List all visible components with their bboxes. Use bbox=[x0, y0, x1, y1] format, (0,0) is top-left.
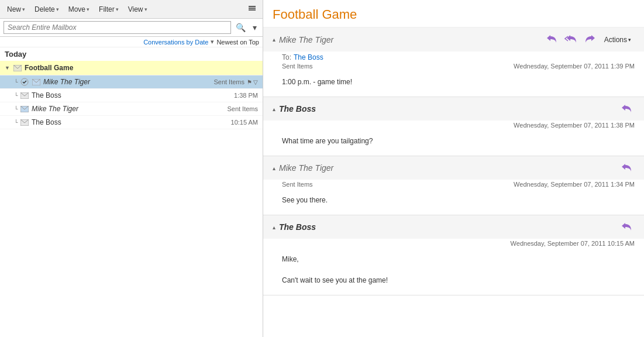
message-block-3: ▴ Mike The Tiger Sent Items Wednesday, S… bbox=[263, 156, 644, 215]
to-label: To: bbox=[282, 53, 291, 61]
item-3-folder: Sent Items bbox=[227, 105, 258, 112]
mail-item-4[interactable]: └ The Boss 10:15 AM bbox=[0, 116, 263, 129]
view-label: View bbox=[128, 5, 143, 13]
item-1-envelope-icon bbox=[32, 77, 41, 87]
item-1-folder: Sent Items bbox=[213, 78, 244, 85]
message-sender-4: The Boss bbox=[279, 222, 618, 232]
mail-item-3[interactable]: └ Mike The Tiger Sent Items bbox=[0, 102, 263, 116]
filter-label: Filter bbox=[99, 5, 115, 13]
message-block-1: ▴ Mike The Tiger Actions ▾ To: bbox=[263, 27, 644, 97]
body-line-1: Mike, bbox=[282, 254, 635, 264]
view-chevron: ▾ bbox=[144, 6, 147, 12]
message-sender-3: Mike The Tiger bbox=[279, 163, 618, 173]
conversation-icon bbox=[13, 63, 22, 73]
message-header-4[interactable]: ▴ The Boss bbox=[263, 215, 644, 239]
body-line-2: Can't wait to see you at the game! bbox=[282, 275, 635, 286]
toolbar-expand-button[interactable] bbox=[245, 2, 259, 16]
message-block-2: ▴ The Boss Wednesday, September 07, 2011… bbox=[263, 97, 644, 156]
move-chevron: ▾ bbox=[87, 6, 89, 12]
message-to-row: To: The Boss bbox=[263, 51, 644, 61]
mail-list: Today ▼ Football Game └ Mike The Tiger S… bbox=[0, 47, 263, 337]
actions-label: Actions bbox=[604, 36, 627, 44]
item-4-envelope-icon bbox=[20, 118, 29, 127]
mail-item-1[interactable]: └ Mike The Tiger Sent Items ⚑ ▽ bbox=[0, 75, 263, 89]
message-actions-4 bbox=[618, 220, 635, 234]
conversation-expand-icon: ▼ bbox=[5, 65, 11, 71]
item-2-envelope-icon bbox=[20, 91, 29, 100]
message-sender-2: The Boss bbox=[279, 104, 618, 114]
today-header: Today bbox=[0, 47, 263, 61]
actions-chevron-icon: ▾ bbox=[628, 37, 631, 43]
new-label: New bbox=[7, 5, 21, 13]
message-header-3[interactable]: ▴ Mike The Tiger bbox=[263, 156, 644, 180]
item-3-sender: Mike The Tiger bbox=[32, 105, 227, 113]
item-2-indent: └ bbox=[14, 92, 20, 98]
view-button[interactable]: View ▾ bbox=[125, 4, 151, 15]
message-header-2[interactable]: ▴ The Boss bbox=[263, 97, 644, 121]
message-meta-row-1: Sent Items Wednesday, September 07, 2011… bbox=[263, 61, 644, 71]
message-header-1[interactable]: ▴ Mike The Tiger Actions ▾ bbox=[263, 27, 644, 51]
item-2-sender: The Boss bbox=[32, 91, 234, 99]
message-collapse-icon-3: ▴ bbox=[273, 165, 275, 171]
filter-button[interactable]: Filter ▾ bbox=[95, 4, 122, 15]
toolbar: New ▾ Delete ▾ Move ▾ Filter ▾ View ▾ bbox=[0, 0, 263, 19]
sort-bar: Conversations by Date ▾ Newest on Top bbox=[0, 37, 263, 47]
new-button[interactable]: New ▾ bbox=[4, 4, 29, 15]
conversations-sort-link[interactable]: Conversations by Date bbox=[143, 39, 208, 46]
reply-button[interactable] bbox=[543, 32, 560, 47]
delete-label: Delete bbox=[35, 5, 55, 13]
sort-separator: ▾ bbox=[211, 38, 214, 46]
filter-chevron: ▾ bbox=[116, 6, 119, 12]
conversation-subject: Football Game bbox=[25, 64, 258, 72]
message-collapse-icon-1: ▴ bbox=[273, 36, 275, 43]
item-3-indent: └ bbox=[14, 106, 20, 112]
message-body-2: What time are you tailgating? bbox=[263, 130, 644, 156]
move-label: Move bbox=[68, 5, 85, 13]
delete-button[interactable]: Delete ▾ bbox=[31, 4, 63, 15]
item-1-sender: Mike The Tiger bbox=[43, 78, 213, 86]
reply-button-4[interactable] bbox=[618, 220, 635, 234]
search-bar: 🔍 ▾ bbox=[0, 19, 263, 37]
message-collapse-icon-2: ▴ bbox=[273, 106, 275, 112]
mail-list-panel: New ▾ Delete ▾ Move ▾ Filter ▾ View ▾ 🔍 … bbox=[0, 0, 263, 337]
new-chevron: ▾ bbox=[22, 6, 25, 12]
item-1-checkbox[interactable] bbox=[20, 77, 29, 87]
mail-item-2[interactable]: └ The Boss 1:38 PM bbox=[0, 89, 263, 102]
email-view-panel: Football Game ▴ Mike The Tiger Actions ▾ bbox=[263, 0, 644, 337]
message-folder-1: Sent Items bbox=[282, 63, 313, 70]
item-4-indent: └ bbox=[14, 119, 20, 125]
message-meta-row-3: Sent Items Wednesday, September 07, 2011… bbox=[263, 180, 644, 189]
search-expand-button[interactable]: ▾ bbox=[250, 22, 259, 33]
item-4-time: 10:15 AM bbox=[231, 119, 258, 126]
message-date-2: Wednesday, September 07, 2011 1:38 PM bbox=[282, 122, 635, 129]
message-meta-row-4: Wednesday, September 07, 2011 10:15 AM bbox=[263, 239, 644, 248]
item-3-envelope-icon bbox=[20, 104, 29, 114]
filter-icon-1: ▽ bbox=[253, 79, 258, 85]
reply-button-2[interactable] bbox=[618, 102, 635, 116]
message-block-4: ▴ The Boss Wednesday, September 07, 2011… bbox=[263, 215, 644, 295]
message-body-1: 1:00 p.m. - game time! bbox=[263, 71, 644, 97]
conversation-football-game[interactable]: ▼ Football Game bbox=[0, 61, 263, 75]
sort-newest: Newest on Top bbox=[216, 39, 259, 46]
search-input[interactable] bbox=[4, 21, 231, 34]
message-meta-row-2: Wednesday, September 07, 2011 1:38 PM bbox=[263, 121, 644, 130]
email-title: Football Game bbox=[263, 0, 644, 27]
item-2-time: 1:38 PM bbox=[234, 92, 258, 99]
search-button[interactable]: 🔍 bbox=[233, 22, 248, 33]
reply-all-button[interactable] bbox=[562, 32, 580, 47]
item-1-flags: ⚑ ▽ bbox=[247, 79, 258, 85]
message-date-4: Wednesday, September 07, 2011 10:15 AM bbox=[282, 240, 635, 247]
message-collapse-icon-4: ▴ bbox=[273, 224, 275, 231]
reply-button-3[interactable] bbox=[618, 161, 635, 175]
message-actions-2 bbox=[618, 102, 635, 116]
message-date-3: Wednesday, September 07, 2011 1:34 PM bbox=[313, 181, 635, 188]
message-folder-3: Sent Items bbox=[282, 181, 313, 188]
message-body-3: See you there. bbox=[263, 189, 644, 215]
flag-icon-1: ⚑ bbox=[247, 79, 252, 85]
item-4-sender: The Boss bbox=[32, 118, 231, 126]
move-button[interactable]: Move ▾ bbox=[65, 4, 93, 15]
to-value[interactable]: The Boss bbox=[294, 53, 323, 61]
message-body-4: Mike, Can't wait to see you at the game! bbox=[263, 248, 644, 295]
forward-button[interactable] bbox=[582, 32, 598, 47]
actions-dropdown-button[interactable]: Actions ▾ bbox=[601, 35, 635, 45]
